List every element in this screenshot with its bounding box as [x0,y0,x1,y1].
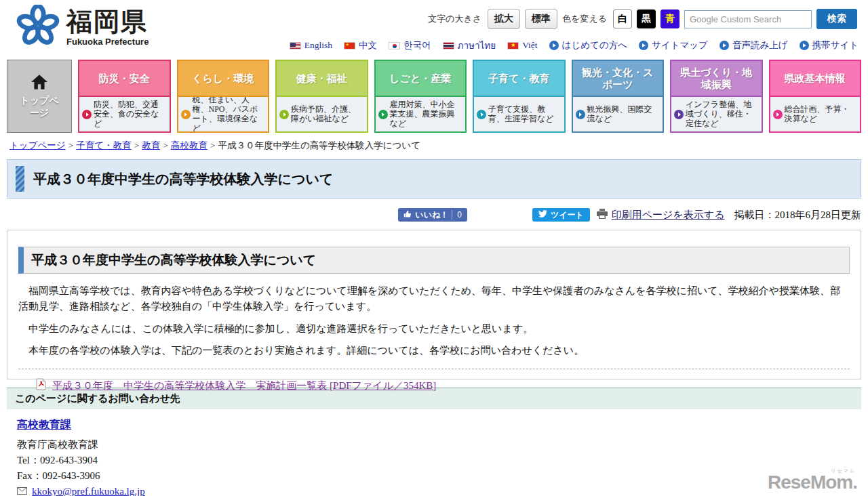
page-title: 平成３０年度中学生の高等学校体験入学について [33,170,333,188]
play-circle-icon [639,41,648,50]
nav-tab-desc: 雇用対策、中小企業支援、農業振興など [390,100,463,128]
facebook-like-button[interactable]: いいね！ 0 [398,208,467,222]
nav-tab-title: くらし・環境 [178,61,269,97]
contact-email-link[interactable]: kkokyo@pref.fukuoka.lg.jp [32,486,145,496]
nav-tab-tourism-culture-sports[interactable]: 観光・文化・スポーツ 観光振興、国際交流など [572,60,665,133]
print-page-link[interactable]: 印刷用ページを表示する [612,209,725,222]
article-content: 平成３０年度中学生の高等学校体験入学について 福岡県立高等学校では、教育内容や特… [7,230,861,379]
nav-tab-title: 県政基本情報 [770,61,861,97]
link-sitemap[interactable]: サイトマップ [639,39,708,51]
color-change-label: 色を変える [562,13,607,25]
like-label: いいね！ [415,209,448,221]
lang-thai[interactable]: ภาษาไทย [443,38,496,53]
language-bar: English 中文 한국어 ภาษาไทย Việt はじめての方へ サイトマ… [290,38,859,53]
nav-tab-desc: 税、住まい、人権、NPO、パスポート、環境保全など [193,97,266,131]
nav-tab-childcare-education[interactable]: 子育て・教育 子育て支援、教育、生涯学習など [473,60,566,133]
department-link[interactable]: 高校教育課 [17,418,71,432]
accessibility-controls: 文字の大きさ 拡大 標準 色を変える 白 黒 青 検索 [428,9,857,29]
printer-icon [597,209,608,222]
article-paragraph: 中学生のみなさんには、この体験入学に積極的に参加し、適切な進路選択を行っていただ… [18,321,850,337]
fukuoka-flower-logo-icon [16,5,60,49]
department-name: 教育庁高校教育課 [17,438,851,452]
nav-home-label: トップページ [16,95,63,119]
nav-tab-regional-development[interactable]: 県土づくり・地域振興 インフラ整備、地域づくり、移住・定住など [670,60,763,133]
site-header: 福岡県 Fukuoka Prefecture 文字の大きさ 拡大 標準 色を変え… [0,0,868,60]
text-enlarge-button[interactable]: 拡大 [488,9,520,29]
dotted-divider [18,369,850,369]
title-stripe-decoration [16,166,24,192]
article-heading: 平成３０年度中学生の高等学校体験入学について [18,247,850,274]
nav-tab-title: 防災・安全 [79,61,170,97]
main-navigation: トップページ 防災・安全 防災、防犯、交通安全、食の安全など くらし・環境 税、… [7,60,861,133]
pdf-download-link[interactable]: 平成３０年度 中学生の高等学校体験入学 実施計画一覧表 [PDFファイル／354… [52,379,436,392]
contact-fax: Fax：092-643-3906 [17,469,851,483]
china-flag-icon [344,42,355,49]
text-standard-button[interactable]: 標準 [525,9,557,29]
arrow-right-icon [378,110,388,119]
logo-subtitle: Fukuoka Prefecture [66,37,149,46]
home-icon [31,74,48,93]
contact-section: このページに関するお問い合わせ先 高校教育課 教育庁高校教育課 Tel：092-… [7,388,861,496]
lang-chinese[interactable]: 中文 [344,39,377,51]
link-first-time[interactable]: はじめての方へ [549,39,627,51]
korea-flag-icon [389,42,400,49]
arrow-right-icon [279,110,289,119]
nav-tab-title: 健康・福祉 [277,61,367,97]
color-black-button[interactable]: 黒 [637,9,656,28]
arrow-right-icon [82,110,92,119]
play-circle-icon [800,41,809,50]
thailand-flag-icon [443,42,454,49]
site-logo[interactable]: 福岡県 Fukuoka Prefecture [16,5,149,49]
nav-tab-health-welfare[interactable]: 健康・福祉 疾病予防、介護、障がい福祉など [275,60,368,133]
link-voice-readout[interactable]: 音声読み上げ [719,39,788,51]
contact-tel: Tel：092-643-3904 [17,453,851,468]
arrow-right-icon [576,110,585,119]
nav-tab-work-industry[interactable]: しごと・産業 雇用対策、中小企業支援、農業振興など [374,60,467,133]
twitter-bird-icon [538,210,547,220]
lang-vietnamese[interactable]: Việt [507,40,537,51]
nav-tab-desc: 子育て支援、教育、生涯学習など [488,105,561,124]
pdf-file-icon [36,378,46,393]
search-button[interactable]: 検索 [816,9,857,29]
article-paragraph: 本年度の各学校の体験入学は、下記の一覧表のとおり実施されます。詳細については、各… [18,343,850,358]
arrow-right-icon [773,110,783,119]
nav-tab-disaster-safety[interactable]: 防災・安全 防災、防犯、交通安全、食の安全など [78,60,171,133]
publish-date: 掲載日：2018年6月28日更新 [734,209,862,222]
nav-tab-desc: 疾病予防、介護、障がい福祉など [291,105,364,124]
nav-tab-living-environment[interactable]: くらし・環境 税、住まい、人権、NPO、パスポート、環境保全など [177,60,270,133]
color-blue-button[interactable]: 青 [660,9,679,28]
arrow-right-icon [181,110,191,119]
nav-tab-prefectural-info[interactable]: 県政基本情報 総合計画、予算・決算など [769,60,862,133]
tweet-button[interactable]: ツイート [532,208,590,222]
lang-english[interactable]: English [290,40,332,51]
link-mobile-site[interactable]: 携帯サイト [800,39,859,51]
breadcrumb-childcare[interactable]: 子育て・教育 [76,140,131,150]
breadcrumb-highschool[interactable]: 高校教育 [171,140,208,150]
search-input[interactable] [684,10,812,28]
nav-tab-title: 県土づくり・地域振興 [671,61,762,97]
social-share-row: いいね！ 0 ツイート 印刷用ページを表示する 掲載日：2018年6月28日更新 [7,207,861,222]
nav-tab-title: 子育て・教育 [474,61,564,97]
play-circle-icon [719,41,729,50]
nav-tab-desc: インフラ整備、地域づくり、移住・定住など [686,100,759,128]
envelope-icon [17,486,27,496]
nav-home-tab[interactable]: トップページ [7,60,72,133]
nav-tab-desc: 総合計画、予算・決算など [785,105,858,124]
logo-title: 福岡県 [66,9,149,35]
resemom-watermark: リセマム ReseMom. [768,473,857,492]
breadcrumb-education[interactable]: 教育 [142,140,160,150]
color-white-button[interactable]: 白 [613,9,632,28]
breadcrumb-current: 平成３０年度中学生の高等学校体験入学について [218,140,420,150]
us-flag-icon [290,42,301,49]
watermark-ruby: リセマム [831,468,856,473]
text-size-label: 文字の大きさ [428,13,481,25]
nav-tab-title: 観光・文化・スポーツ [573,61,663,97]
arrow-right-icon [477,110,486,119]
nav-tab-desc: 観光振興、国際交流など [587,105,660,124]
vietnam-flag-icon [507,42,519,49]
play-circle-icon [549,41,559,50]
article-paragraph: 福岡県立高等学校では、教育内容や特色ある学校づくりなどについて理解を深めていただ… [18,283,850,315]
lang-korean[interactable]: 한국어 [389,39,431,51]
breadcrumb-home[interactable]: トップページ [9,140,66,150]
arrow-right-icon [674,110,684,119]
